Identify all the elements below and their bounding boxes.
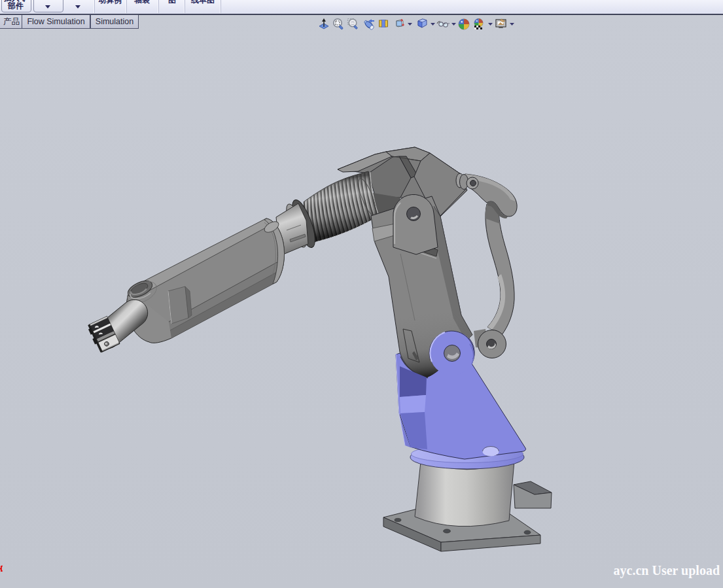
svg-text:ayc.cn User upload: ayc.cn User upload xyxy=(614,563,720,578)
